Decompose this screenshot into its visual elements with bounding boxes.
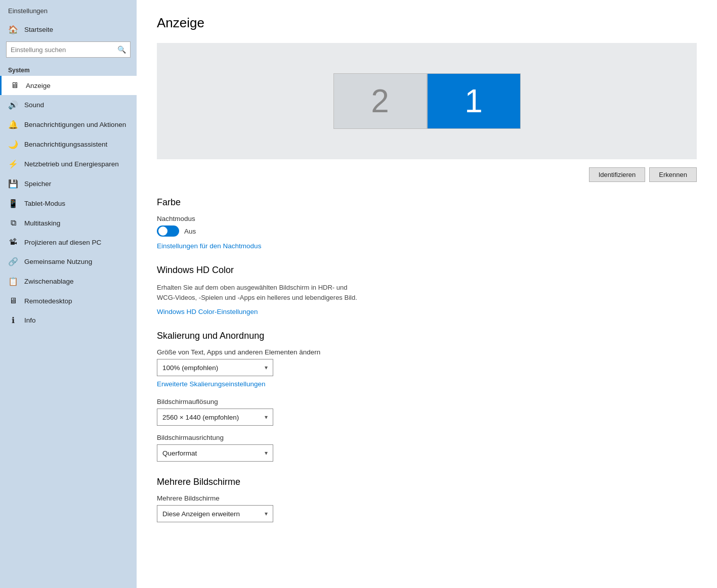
home-icon: 🏠: [8, 25, 18, 34]
toggle-knob: [158, 227, 167, 236]
aufloesung-chevron-icon: ▾: [265, 414, 268, 421]
advanced-scaling-link[interactable]: Erweiterte Skalierungseinstellungen: [157, 380, 697, 388]
aufloesung-container: Bildschirmauflösung 2560 × 1440 (empfohl…: [157, 398, 697, 426]
mehrere-dropdown[interactable]: Diese Anzeigen erweitern ▾: [157, 505, 273, 522]
sidebar-item-gemeinsame-label: Gemeinsame Nutzung: [24, 258, 92, 265]
groesse-container: Größe von Text, Apps und anderen Element…: [157, 348, 697, 376]
aufloesung-value: 2560 × 1440 (empfohlen): [162, 414, 239, 421]
monitor-2[interactable]: 2: [333, 73, 427, 129]
identify-button[interactable]: Identifizieren: [589, 167, 646, 182]
sidebar-item-benachrichtigungsassistent-label: Benachrichtigungsassistent: [24, 141, 107, 148]
info-icon: ℹ: [8, 315, 18, 325]
ausrichtung-label: Bildschirmausrichtung: [157, 434, 697, 441]
sidebar-item-speicher[interactable]: 💾 Speicher: [0, 174, 137, 194]
display-preview: 2 1: [157, 43, 697, 159]
sidebar-item-anzeige[interactable]: 🖥 Anzeige: [0, 76, 137, 95]
sidebar-item-remotedesktop[interactable]: 🖥 Remotedesktop: [0, 291, 137, 310]
mehrere-value: Diese Anzeigen erweitern: [162, 510, 240, 518]
sidebar-item-anzeige-label: Anzeige: [26, 82, 51, 89]
hd-color-description: Erhalten Sie auf dem oben ausgewählten B…: [157, 283, 359, 302]
mehrere-section: Mehrere Bildschirme Mehrere Bildschirme …: [157, 477, 697, 522]
sidebar-item-multitasking-label: Multitasking: [24, 219, 60, 227]
search-input[interactable]: [11, 46, 117, 54]
farbe-title: Farbe: [157, 197, 697, 208]
ausrichtung-value: Querformat: [162, 449, 197, 457]
search-box[interactable]: 🔍: [6, 41, 131, 58]
groesse-chevron-icon: ▾: [265, 364, 268, 371]
sidebar-item-projizieren[interactable]: 📽 Projizieren auf diesen PC: [0, 233, 137, 252]
nachtmodus-toggle[interactable]: [157, 225, 179, 237]
sidebar-item-sound-label: Sound: [24, 101, 44, 109]
sidebar-item-benachrichtigungsassistent[interactable]: 🌙 Benachrichtigungsassistent: [0, 134, 137, 154]
sidebar-item-gemeinsame[interactable]: 🔗 Gemeinsame Nutzung: [0, 252, 137, 272]
ausrichtung-dropdown[interactable]: Querformat ▾: [157, 444, 273, 462]
nachtmodus-state: Aus: [184, 228, 196, 235]
system-label: System: [0, 63, 137, 76]
app-title: Einstellungen: [0, 0, 137, 20]
sidebar-item-remotedesktop-label: Remotedesktop: [24, 297, 72, 305]
sidebar-item-netzbetrieb[interactable]: ⚡ Netzbetrieb und Energiesparen: [0, 154, 137, 174]
nachtmodus-link[interactable]: Einstellungen für den Nachtmodus: [157, 242, 261, 250]
sidebar-item-projizieren-label: Projizieren auf diesen PC: [24, 239, 101, 246]
power-icon: ⚡: [8, 159, 18, 169]
mehrere-title: Mehrere Bildschirme: [157, 477, 697, 487]
monitor-1-label: 1: [465, 82, 483, 120]
search-icon: 🔍: [117, 46, 126, 54]
sidebar: Einstellungen 🏠 Startseite 🔍 System 🖥 An…: [0, 0, 137, 588]
nachtmodus-label: Nachtmodus: [157, 215, 697, 222]
assistant-icon: 🌙: [8, 140, 18, 149]
mehrere-container: Mehrere Bildschirme Diese Anzeigen erwei…: [157, 494, 697, 522]
sidebar-item-info[interactable]: ℹ Info: [0, 310, 137, 330]
clipboard-icon: 📋: [8, 277, 18, 286]
page-title: Anzeige: [157, 15, 697, 31]
hd-color-title: Windows HD Color: [157, 265, 697, 276]
remote-icon: 🖥: [8, 296, 18, 305]
sidebar-item-info-label: Info: [24, 316, 36, 324]
main-content: Anzeige 2 1 Identifizieren Erkennen Farb…: [137, 0, 717, 588]
aufloesung-dropdown[interactable]: 2560 × 1440 (empfohlen) ▾: [157, 409, 273, 426]
startseite-label: Startseite: [24, 26, 53, 33]
sound-icon: 🔊: [8, 100, 18, 110]
sidebar-item-startseite[interactable]: 🏠 Startseite: [0, 20, 137, 39]
groesse-dropdown[interactable]: 100% (empfohlen) ▾: [157, 359, 273, 376]
sidebar-item-zwischenablage-label: Zwischenablage: [24, 278, 74, 285]
farbe-section: Farbe Nachtmodus Aus Einstellungen für d…: [157, 197, 697, 250]
sidebar-item-tablet[interactable]: 📱 Tablet-Modus: [0, 194, 137, 213]
hd-color-link[interactable]: Windows HD Color-Einstellungen: [157, 308, 258, 315]
project-icon: 📽: [8, 238, 18, 247]
skalierung-section: Skalierung und Anordnung Größe von Text,…: [157, 331, 697, 462]
sidebar-item-speicher-label: Speicher: [24, 180, 51, 188]
groesse-value: 100% (empfohlen): [162, 364, 218, 372]
sidebar-item-netzbetrieb-label: Netzbetrieb und Energiesparen: [24, 160, 119, 168]
sidebar-item-benachrichtigungen-label: Benachrichtigungen und Aktionen: [24, 121, 126, 128]
hd-color-section: Windows HD Color Erhalten Sie auf dem ob…: [157, 265, 697, 315]
mehrere-chevron-icon: ▾: [265, 510, 268, 517]
display-icon: 🖥: [10, 81, 20, 90]
notification-icon: 🔔: [8, 120, 18, 129]
preview-buttons: Identifizieren Erkennen: [157, 167, 697, 182]
tablet-icon: 📱: [8, 199, 18, 208]
ausrichtung-chevron-icon: ▾: [265, 449, 268, 457]
ausrichtung-container: Bildschirmausrichtung Querformat ▾: [157, 434, 697, 462]
sidebar-item-benachrichtigungen[interactable]: 🔔 Benachrichtigungen und Aktionen: [0, 115, 137, 134]
sidebar-item-zwischenablage[interactable]: 📋 Zwischenablage: [0, 272, 137, 291]
multitask-icon: ⧉: [8, 218, 18, 228]
monitor-2-label: 2: [371, 82, 389, 120]
sidebar-item-sound[interactable]: 🔊 Sound: [0, 95, 137, 115]
sidebar-item-tablet-label: Tablet-Modus: [24, 200, 65, 207]
skalierung-title: Skalierung und Anordnung: [157, 331, 697, 341]
storage-icon: 💾: [8, 179, 18, 189]
share-icon: 🔗: [8, 257, 18, 266]
mehrere-label: Mehrere Bildschirme: [157, 494, 697, 502]
groesse-label: Größe von Text, Apps und anderen Element…: [157, 348, 697, 356]
monitor-1[interactable]: 1: [427, 73, 521, 129]
aufloesung-label: Bildschirmauflösung: [157, 398, 697, 405]
nachtmodus-row: Aus: [157, 225, 697, 237]
detect-button[interactable]: Erkennen: [649, 167, 697, 182]
sidebar-item-multitasking[interactable]: ⧉ Multitasking: [0, 213, 137, 233]
